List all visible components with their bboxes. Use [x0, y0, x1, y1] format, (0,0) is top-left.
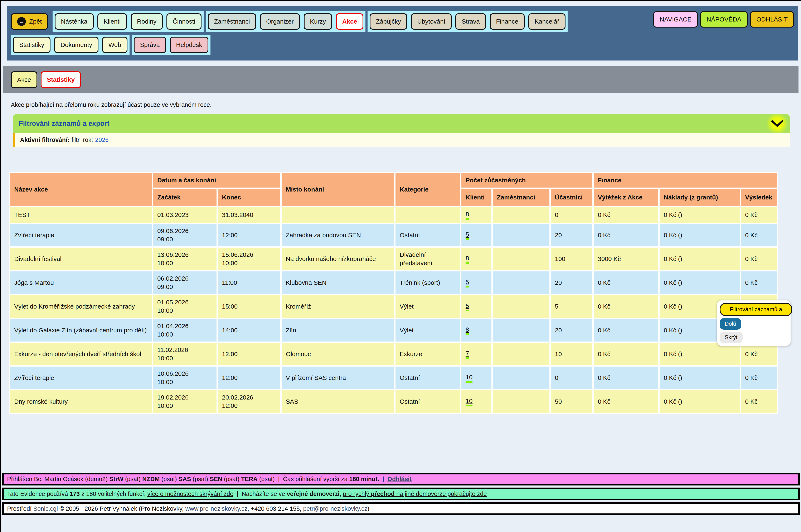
page: { "toolbar": { "row1": [ {"bare": true, …: [0, 0, 801, 532]
toolbar-right: NAVIGACENÁPOVĚDAODHLÁSIT: [653, 11, 794, 27]
clients-count-link[interactable]: 5: [465, 278, 469, 287]
cell-event-name: Výlet do Kroměřížské podzámecké zahrady: [10, 295, 152, 318]
sonic-cgi-link[interactable]: Sonic.cgi: [33, 505, 58, 512]
cell-start: 19.02.202610:00: [153, 390, 216, 413]
demo-switch-link[interactable]: na jiné demoverze pokračujte zde: [395, 491, 487, 497]
clients-count-link[interactable]: 5: [465, 231, 469, 240]
cell-result: 0 Kč: [741, 390, 777, 413]
nav-statistiky[interactable]: Statistiky: [13, 37, 51, 53]
clients-count-link[interactable]: 5: [465, 302, 469, 311]
cell-revenue: 0 Kč: [594, 271, 658, 294]
nav-odhlasit[interactable]: ODHLÁSIT: [750, 11, 794, 27]
nav-strava[interactable]: Strava: [455, 13, 486, 30]
footer-text: Prostředí: [7, 505, 33, 512]
cell-participants: 50: [551, 390, 592, 413]
nav-zpet[interactable]: ←Zpět: [11, 13, 48, 30]
filter-year-link[interactable]: 2026: [95, 136, 109, 143]
nav-rodiny[interactable]: Rodiny: [131, 13, 163, 30]
clients-count-link[interactable]: 10: [465, 374, 473, 383]
chevron-down-icon[interactable]: [765, 114, 790, 133]
nav-kurzy[interactable]: Kurzy: [304, 13, 332, 30]
popup-hide-button[interactable]: Skrýt: [720, 332, 743, 343]
cell-clients: 10: [461, 366, 492, 389]
active-filter-label: Aktivní filtrování:: [20, 136, 70, 143]
nav-label: Zpět: [29, 18, 42, 25]
nav-ubytovani[interactable]: Ubytování: [411, 13, 452, 30]
nav-cinnosti[interactable]: Činnosti: [167, 13, 202, 30]
tab-label: Statistiky: [47, 76, 75, 83]
tab-statistiky[interactable]: Statistiky: [41, 71, 81, 88]
footer-text: veřejné demoverzi: [287, 491, 340, 497]
cell-end: 20.02.202612:00: [218, 390, 280, 413]
cell-result: 0 Kč: [741, 271, 777, 294]
back-arrow-icon: ←: [17, 17, 26, 26]
cell-staff: [493, 248, 549, 270]
nav-sprava[interactable]: Správa: [134, 37, 166, 53]
clients-count-link[interactable]: 10: [465, 397, 473, 406]
footer-text: Tato Evidence používá: [7, 491, 70, 497]
cell-costs: 0 Kč (): [660, 390, 740, 413]
nav-akce[interactable]: Akce: [336, 13, 363, 30]
clients-count-link[interactable]: 8: [465, 326, 469, 335]
nav-finance[interactable]: Finance: [490, 13, 525, 30]
demo-switch-link[interactable]: přechod: [371, 491, 395, 497]
cell-participants: 10: [551, 343, 592, 365]
nav-nastenka[interactable]: Nástěnka: [55, 13, 94, 30]
cell-costs: 0 Kč (): [660, 224, 740, 246]
cell-costs: 0 Kč (): [660, 248, 740, 270]
cell-clients: 8: [461, 248, 492, 270]
cell-result: 0 Kč: [741, 207, 777, 223]
nav-organizer[interactable]: Organizér: [260, 13, 300, 30]
nav-web[interactable]: Web: [102, 37, 128, 53]
cell-staff: [493, 295, 549, 318]
cell-clients: 8: [461, 319, 492, 342]
hiding-options-link[interactable]: více o možnostech skrývání zde: [147, 491, 233, 497]
cell-revenue: 0 Kč: [594, 207, 658, 223]
cell-category: Divadelní představení: [396, 248, 460, 270]
demo-switch-link[interactable]: pro rychlý: [343, 491, 371, 497]
website-link[interactable]: www.pro-neziskovky.cz: [186, 505, 248, 512]
table-header: Název akceDatum a čas konáníMísto konání…: [10, 173, 777, 206]
col-subheader-vytezek-z-akce: Výtěžek z Akce: [594, 189, 658, 206]
popup-filter-button[interactable]: Filtrování záznamů a: [720, 303, 792, 316]
chevron-down-glyph: [771, 120, 783, 127]
nav-kancelar[interactable]: Kancelář: [528, 13, 566, 30]
cell-event-name: Zvířecí terapie: [10, 224, 152, 246]
clients-count-link[interactable]: 7: [465, 350, 469, 359]
cell-start: 10.06.202610:00: [153, 366, 216, 389]
nav-zapujcky[interactable]: Zápůjčky: [370, 13, 407, 30]
toolbar-bare-group: ←Zpět: [11, 11, 51, 32]
cell-place: Olomouc: [282, 343, 394, 365]
col-subheader-zacatek: Začátek: [153, 189, 216, 206]
cell-participants: 20: [551, 319, 592, 342]
filter-active-row: Aktivní filtrování: filtr_rok: 2026: [13, 133, 790, 147]
nav-helpdesk[interactable]: Helpdesk: [170, 37, 208, 53]
cell-result: 0 Kč: [741, 248, 777, 270]
cell-category: Ostatní: [396, 366, 460, 389]
cell-category: Ostatní: [396, 390, 460, 413]
nav-label: Akce: [342, 18, 357, 25]
logout-link[interactable]: Odhlásit: [387, 476, 412, 482]
cell-revenue: 0 Kč: [594, 295, 658, 318]
nav-label: Web: [109, 41, 121, 49]
tab-akce[interactable]: Akce: [11, 71, 37, 88]
clients-count-link[interactable]: 8: [465, 254, 469, 264]
cell-staff: [493, 319, 549, 342]
filter-param: filtr_rok:: [72, 136, 93, 143]
popup-down-button[interactable]: Dolů: [720, 318, 741, 330]
cell-clients: 5: [461, 224, 492, 246]
year-note: Akce probíhající na přelomu roku zobrazu…: [11, 101, 801, 108]
nav-dokumenty[interactable]: Dokumenty: [54, 37, 98, 53]
nav-klienti[interactable]: Klienti: [97, 13, 127, 30]
cell-place: Zlín: [282, 319, 394, 342]
footer-text: z 180 volitelných funkcí,: [80, 491, 147, 497]
footer-text: (psat): [191, 476, 210, 482]
nav-napoveda[interactable]: NÁPOVĚDA: [700, 11, 748, 27]
nav-navigace[interactable]: NAVIGACE: [653, 11, 698, 27]
cell-place: [282, 207, 394, 223]
cell-start: 13.06.202610:00: [153, 248, 216, 270]
email-link[interactable]: petr@pro-neziskovky.cz: [303, 505, 367, 512]
clients-count-link[interactable]: 8: [465, 210, 469, 220]
nav-zamestnanci[interactable]: Zaměstnanci: [208, 13, 256, 30]
quick-nav-popup: Filtrování záznamů a Dolů Skrýt: [717, 300, 790, 346]
